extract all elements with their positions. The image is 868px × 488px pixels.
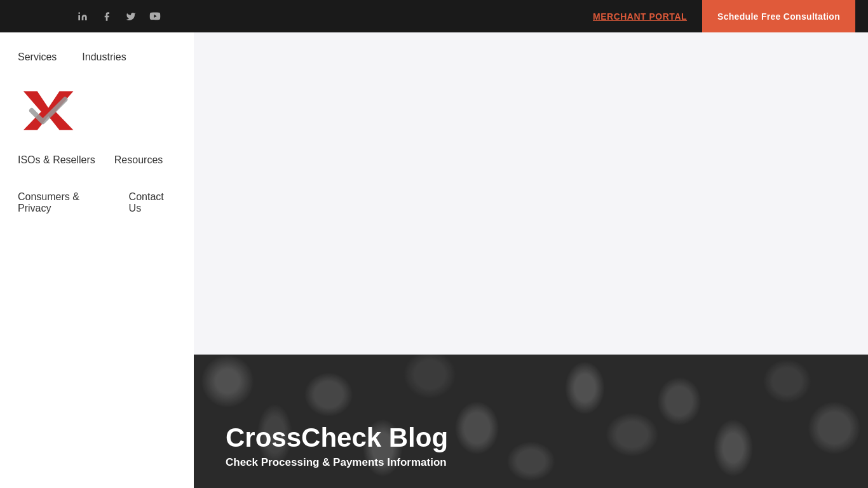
- linkedin-icon[interactable]: [76, 10, 89, 23]
- top-bar-right: MERCHANT PORTAL Schedule Free Consultati…: [578, 0, 855, 32]
- nav-panel: Services Industries CrossCheck inc. ISOs…: [0, 32, 194, 488]
- main-content: CrossCheck Blog Check Processing & Payme…: [194, 32, 868, 488]
- nav-row-1: Services Industries: [18, 51, 176, 63]
- merchant-portal-link[interactable]: MERCHANT PORTAL: [578, 11, 702, 22]
- nav-resources[interactable]: Resources: [114, 154, 163, 166]
- blog-subtitle: Check Processing & Payments Information: [226, 456, 836, 469]
- logo-area: CrossCheck inc.: [18, 88, 176, 130]
- blog-hero: CrossCheck Blog Check Processing & Payme…: [194, 355, 868, 488]
- nav-services[interactable]: Services: [18, 51, 57, 63]
- nav-row-2: ISOs & Resellers Resources: [18, 154, 176, 166]
- svg-rect-0: [78, 15, 80, 20]
- nav-row-3: Consumers & Privacy Contact Us: [18, 191, 176, 214]
- nav-industries[interactable]: Industries: [82, 51, 126, 63]
- blog-hero-content: CrossCheck Blog Check Processing & Payme…: [226, 423, 836, 469]
- facebook-icon[interactable]: [100, 10, 113, 23]
- social-icons: [76, 10, 161, 23]
- crosscheck-logo[interactable]: CrossCheck inc.: [18, 88, 85, 130]
- svg-point-1: [78, 12, 80, 14]
- twitter-icon[interactable]: [125, 10, 137, 23]
- top-bar: MERCHANT PORTAL Schedule Free Consultati…: [0, 0, 868, 32]
- nav-isos[interactable]: ISOs & Resellers: [18, 154, 95, 166]
- blog-title: CrossCheck Blog: [226, 423, 836, 452]
- youtube-icon[interactable]: [149, 10, 161, 23]
- nav-consumers[interactable]: Consumers & Privacy: [18, 191, 110, 214]
- nav-contact[interactable]: Contact Us: [129, 191, 176, 214]
- schedule-consultation-button[interactable]: Schedule Free Consultation: [702, 0, 855, 32]
